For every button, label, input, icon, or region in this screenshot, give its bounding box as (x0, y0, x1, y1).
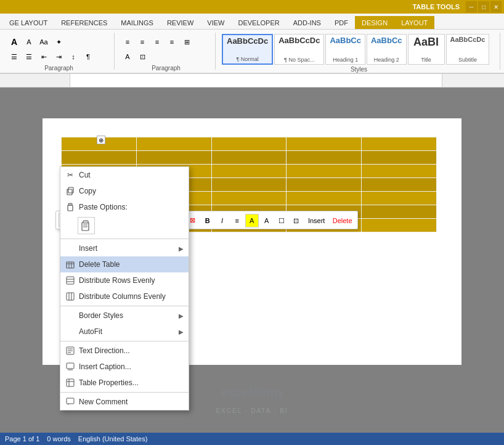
indent-less-btn[interactable]: ⇤ (37, 50, 51, 63)
ribbon-toolbar: A A Aa ✦ ☰ ☰ ⇤ ⇥ ↕ ¶ Paragraph ≡ ≡ ≡ ≡ ⊞… (0, 30, 504, 74)
svg-rect-23 (67, 363, 74, 369)
status-words: 0 words (47, 435, 71, 443)
style-normal[interactable]: AaBbCcDc ¶ Normal (222, 34, 273, 65)
svg-rect-4 (68, 203, 72, 205)
font-size-up-btn[interactable]: A (7, 35, 21, 49)
delete-btn[interactable]: Delete (330, 214, 355, 227)
ctx-cut-label: Cut (79, 171, 91, 179)
paste-options-box (65, 217, 95, 234)
align-center-btn[interactable]: ≡ (136, 35, 149, 49)
maximize-button[interactable]: □ (478, 1, 489, 12)
ctx-copy[interactable]: Copy (60, 183, 189, 199)
minimize-button[interactable]: ─ (466, 1, 477, 12)
ribbon-styles-section: AaBbCcDc ¶ Normal AaBbCcDc ¶ No Spac... … (218, 33, 500, 70)
table-cell (136, 137, 211, 151)
highlight-btn[interactable]: A (245, 214, 259, 227)
title-bar: TABLE TOOLS ─ □ ✕ (0, 0, 504, 14)
style-h1-label: Heading 1 (333, 57, 358, 63)
style-h2-preview: AaBbCc (371, 36, 402, 46)
autofit-icon (65, 327, 75, 337)
table-cell (211, 151, 287, 165)
ctx-insert[interactable]: Insert ▶ (60, 240, 189, 256)
tab-references[interactable]: REFERENCES (54, 16, 114, 29)
ctx-distribute-rows[interactable]: Distribute Rows Evenly (60, 272, 189, 288)
paste-box[interactable] (78, 217, 95, 234)
align-right-btn[interactable]: ≡ (150, 35, 164, 49)
borders-btn[interactable]: ⊡ (136, 50, 149, 63)
shading-mini-btn[interactable]: ☐ (275, 214, 288, 227)
shading-btn[interactable]: A (121, 50, 134, 63)
para-marks-btn[interactable]: ¶ (81, 50, 95, 63)
style-title[interactable]: AaBI Title (408, 34, 445, 65)
close-button[interactable]: ✕ (490, 1, 502, 12)
ctx-separator-2 (60, 306, 189, 306)
style-normal-label: ¶ Normal (236, 56, 258, 62)
svg-text:exceldemy: exceldemy (221, 385, 285, 399)
style-heading2[interactable]: AaBbCc Heading 2 (367, 34, 407, 65)
ctx-new-comment[interactable]: New Comment (60, 394, 189, 410)
tab-add-ins[interactable]: ADD-INS (287, 16, 328, 29)
bullets-btn[interactable]: ☰ (7, 50, 21, 63)
ctx-copy-label: Copy (79, 187, 96, 195)
cut-icon: ✂ (65, 170, 75, 180)
insert-btn[interactable]: Insert (304, 214, 329, 227)
table-cell (62, 151, 137, 165)
style-subtitle-label: Subtitle (458, 57, 477, 63)
table-cell (362, 205, 437, 219)
new-comment-icon (65, 397, 75, 407)
indent-more-btn[interactable]: ⇥ (52, 50, 65, 63)
table-cell (211, 137, 287, 151)
columns-btn[interactable]: ⊞ (180, 35, 193, 49)
table-cell (362, 192, 437, 205)
title-bar-text: TABLE TOOLS (0, 3, 466, 10)
tab-view[interactable]: VIEW (200, 16, 231, 29)
numbering-btn[interactable]: ☰ (22, 50, 36, 63)
ribbon-paragraph-section: ≡ ≡ ≡ ≡ ⊞ A ⊡ Paragraph (117, 33, 216, 70)
align-justify-btn[interactable]: ≡ (165, 35, 179, 49)
ctx-table-properties[interactable]: Table Properties... (60, 375, 189, 391)
style-title-label: Title (421, 57, 431, 63)
paste-icon (65, 202, 75, 212)
mini-toolbar-row2: B I ≡ A A ☐ ⊡ Insert Delete (201, 214, 355, 227)
aa-button[interactable]: Aa (37, 35, 51, 49)
clear-format-btn[interactable]: ✦ (52, 35, 65, 49)
tab-page-layout[interactable]: GE LAYOUT (2, 16, 54, 29)
style-h2-label: Heading 2 (374, 57, 399, 63)
table-cell (211, 178, 287, 192)
style-no-spacing[interactable]: AaBbCcDc ¶ No Spac... (274, 34, 324, 65)
table-cell (211, 192, 287, 205)
copy-icon (65, 186, 75, 196)
ctx-text-direction[interactable]: Text Direction... (60, 343, 189, 359)
tab-pdf[interactable]: PDF (328, 16, 355, 29)
style-heading1[interactable]: AaBbCc Heading 1 (325, 34, 365, 65)
distribute-cols-icon (65, 292, 75, 301)
borders-mini-btn[interactable]: ⊡ (290, 214, 303, 227)
svg-rect-13 (67, 277, 74, 284)
tab-layout[interactable]: LAYOUT (394, 16, 434, 29)
ctx-distribute-cols[interactable]: Distribute Columns Evenly (60, 288, 189, 304)
bold-btn[interactable]: B (201, 214, 214, 227)
tab-mailings[interactable]: MAILINGS (114, 16, 160, 29)
align-btn[interactable]: ≡ (230, 214, 244, 227)
style-h1-preview: AaBbCc (330, 36, 361, 46)
tab-review[interactable]: REVIEW (160, 16, 200, 29)
ctx-distribute-rows-label: Distribute Rows Evenly (79, 276, 155, 285)
font-size-down-btn[interactable]: A (22, 35, 36, 49)
ribbon-font-section: A A Aa ✦ ☰ ☰ ⇤ ⇥ ↕ ¶ Paragraph (4, 33, 115, 70)
tab-developer[interactable]: DEVELOPER (231, 16, 286, 29)
italic-btn[interactable]: I (216, 214, 229, 227)
table-cell (287, 137, 362, 151)
border-styles-icon (65, 311, 75, 320)
ctx-delete-table[interactable]: Delete Table (60, 256, 189, 272)
ctx-text-direction-label: Text Direction... (79, 346, 130, 355)
ctx-insert-caption[interactable]: Insert Caption... (60, 359, 189, 375)
align-left-btn[interactable]: ≡ (121, 35, 134, 49)
sort-btn[interactable]: ↕ (67, 50, 80, 63)
table-move-handle[interactable]: ⊕ (97, 136, 105, 144)
font-color-btn[interactable]: A (260, 214, 274, 227)
ctx-autofit[interactable]: AutoFit ▶ (60, 324, 189, 340)
ctx-cut[interactable]: ✂ Cut (60, 167, 189, 183)
ctx-border-styles[interactable]: Border Styles ▶ (60, 308, 189, 324)
style-subtitle[interactable]: AaBbCcDc Subtitle (446, 34, 490, 65)
tab-design[interactable]: DESIGN (355, 16, 394, 29)
